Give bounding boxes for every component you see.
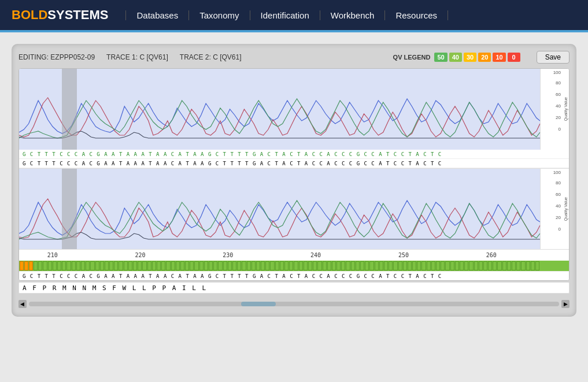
nuc-cell-51 [261, 261, 265, 270]
scrollbar-track[interactable] [29, 302, 559, 306]
nuc-cell-41 [213, 261, 217, 270]
nuc-cell-3 [34, 261, 38, 270]
nuc-cell-97 [479, 261, 483, 270]
nuc-cell-61 [308, 261, 312, 270]
nuc-cell-33 [176, 261, 180, 270]
nuc-cell-15 [90, 261, 94, 270]
nuc-cell-77 [384, 261, 388, 270]
editor-panel: EDITING: EZPPP052-09 TRACE 1: C [QV61] T… [12, 44, 576, 317]
nuc-cell-68 [341, 261, 345, 270]
nuc-cell-66 [332, 261, 336, 270]
nuc-cell-30 [161, 261, 165, 270]
nuc-cell-72 [360, 261, 364, 270]
nuc-cell-36 [190, 261, 194, 270]
nuc-cell-35 [185, 261, 189, 270]
nuc-cell-27 [147, 261, 151, 270]
nuc-cell-52 [265, 261, 269, 270]
nuc-cell-60 [304, 261, 308, 270]
nav-workbench[interactable]: Workbench [320, 10, 386, 20]
amino-row: A F P R M N N M S F W L L P P A I L L [19, 282, 569, 294]
nuc-cell-47 [242, 261, 246, 270]
nuc-cell-59 [299, 261, 303, 270]
scroll-right-arrow[interactable]: ▶ [561, 300, 569, 308]
nuc-cell-103 [507, 261, 511, 270]
nuc-cell-65 [327, 261, 331, 270]
nav-taxonomy[interactable]: Taxonomy [189, 10, 250, 20]
ruler-240: 240 [310, 252, 321, 258]
trace1-label: TRACE 1: C [QV61] [106, 53, 168, 61]
nuc-cell-10 [66, 261, 71, 270]
y-axis-top-label: Quality Value [564, 97, 568, 121]
nuc-cell-8 [57, 261, 61, 270]
nuc-cell-2 [29, 261, 33, 270]
nuc-cell-109 [535, 261, 539, 270]
editing-label: EDITING: EZPPP052-09 [19, 53, 95, 61]
nuc-cell-88 [436, 261, 440, 270]
header: BOLDSYSTEMS Databases Taxonomy Identific… [0, 0, 588, 30]
nav-identification[interactable]: Identification [250, 10, 320, 20]
nuc-cell-54 [275, 261, 279, 270]
nuc-cell-94 [464, 261, 468, 270]
logo-bold: BOLD [12, 8, 47, 22]
trace1-canvas [19, 69, 540, 150]
nuc-cell-50 [256, 261, 260, 270]
trace2-label: TRACE 2: C [QV61] [180, 53, 242, 61]
nuc-cell-64 [323, 261, 327, 270]
nuc-cell-9 [62, 261, 66, 270]
nuc-cell-46 [237, 261, 241, 270]
nuc-cell-38 [199, 261, 204, 270]
nuc-cell-78 [389, 261, 393, 270]
nuc-cell-83 [412, 261, 416, 270]
top-bar: EDITING: EZPPP052-09 TRACE 1: C [QV61] T… [19, 51, 569, 64]
trace2-svg [19, 169, 540, 244]
save-button[interactable]: Save [537, 51, 569, 64]
y-axis-top: 100 80 60 40 20 0 Quality Value [540, 69, 569, 150]
trace2-value: C [QV61] [213, 53, 241, 61]
nuc-cell-43 [223, 261, 227, 270]
nuc-cell-105 [516, 261, 520, 270]
nuc-cell-12 [76, 261, 80, 270]
nuc-cell-23 [128, 261, 132, 270]
nuc-cell-57 [289, 261, 293, 270]
nuc-cell-19 [109, 261, 113, 270]
nuc-cell-102 [502, 261, 506, 270]
nuc-cell-53 [270, 261, 274, 270]
editing-value: EZPPP052-09 [50, 53, 95, 61]
qv-badge-50: 50 [434, 53, 447, 62]
nuc-cell-100 [493, 261, 497, 270]
nuc-cell-92 [455, 261, 459, 270]
nuc-cell-7 [53, 261, 57, 270]
nuc-cell-55 [280, 261, 284, 270]
logo-systems: SYSTEMS [47, 8, 108, 22]
nuc-cell-17 [100, 261, 104, 270]
scroll-left-arrow[interactable]: ◀ [19, 300, 27, 308]
trace1-section: 100 80 60 40 20 0 Quality Value [19, 69, 569, 150]
chromatogram-container: 100 80 60 40 20 0 Quality Value G C T T … [19, 68, 569, 281]
scrollbar-thumb[interactable] [241, 302, 276, 306]
ruler-210: 210 [47, 252, 58, 258]
nuc-cell-24 [133, 261, 137, 270]
nuc-cell-84 [417, 261, 421, 270]
nav-databases[interactable]: Databases [125, 10, 189, 20]
qv-legend-label: QV LEGEND [393, 54, 431, 61]
nuc-cell-98 [483, 261, 487, 270]
nuc-cell-99 [488, 261, 492, 270]
trace1-svg [19, 69, 540, 144]
nuc-cell-20 [114, 261, 118, 270]
logo: BOLDSYSTEMS [12, 8, 108, 23]
nuc-cell-86 [427, 261, 431, 270]
nuc-cell-108 [531, 261, 535, 270]
nuc-cell-67 [336, 261, 341, 270]
nuc-cell-4 [38, 261, 42, 270]
nuc-cell-58 [294, 261, 298, 270]
qv-badge-40: 40 [449, 53, 462, 62]
ruler-260: 260 [486, 252, 497, 258]
nuc-cell-29 [157, 261, 161, 270]
nuc-cell-85 [421, 261, 426, 270]
nuc-cell-104 [512, 261, 516, 270]
nuc-cell-14 [86, 261, 90, 270]
nav-resources[interactable]: Resources [385, 10, 448, 20]
nuc-cell-39 [204, 261, 208, 270]
nuc-cell-74 [369, 261, 373, 270]
nuc-cell-21 [119, 261, 123, 270]
